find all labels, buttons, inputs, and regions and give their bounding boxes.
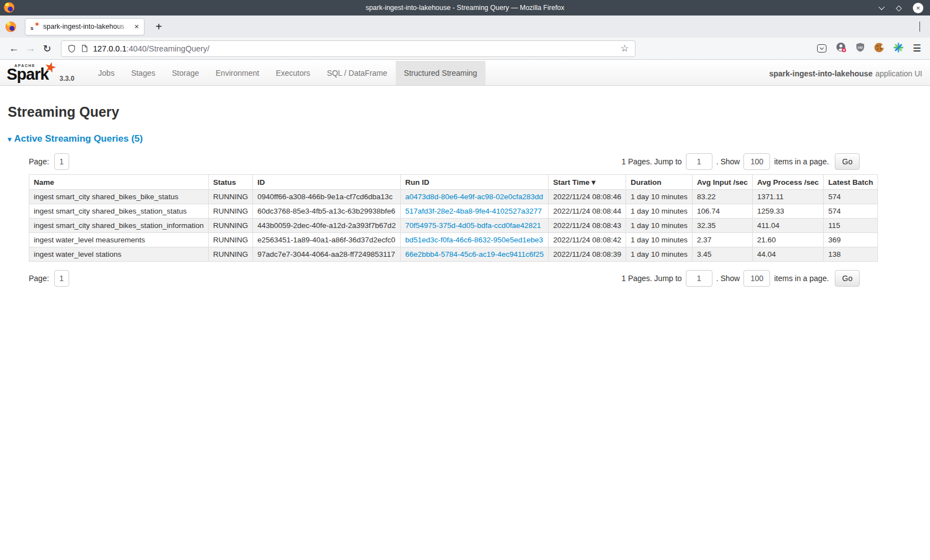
tab-jobs[interactable]: Jobs — [90, 61, 123, 85]
spark-nav-tabs: Jobs Stages Storage Environment Executor… — [90, 61, 485, 85]
browser-tab[interactable]: ★S spark-ingest-into-lakehous × — [25, 18, 144, 35]
cell-id: e2563451-1a89-40a1-a86f-36d37d2ecfc0 — [252, 233, 400, 247]
spark-navbar: APACHE Spark ★ 3.3.0 Jobs Stages Storage… — [0, 61, 930, 86]
header-avg-process[interactable]: Avg Process /sec — [752, 175, 823, 190]
items-per-page-input[interactable] — [743, 153, 770, 170]
browser-tab-title: spark-ingest-into-lakehous — [43, 23, 132, 30]
cell-status: RUNNING — [208, 219, 252, 233]
forward-button[interactable]: → — [22, 43, 39, 54]
run-id-link[interactable]: bd51ed3c-f0fa-46c6-8632-950e5ed1ebe3 — [405, 236, 543, 244]
tab-environment[interactable]: Environment — [208, 61, 268, 85]
tab-stages[interactable]: Stages — [123, 61, 164, 85]
pagination-bottom: Page: 1 Pages. Jump to . Show items in a… — [29, 269, 860, 288]
firefox-icon — [4, 2, 14, 13]
table-row: ingest smart_city shared_bikes_bike_stat… — [29, 190, 878, 204]
table-row: ingest water_level stations RUNNING 97ad… — [29, 247, 878, 262]
page-info-icon[interactable] — [81, 44, 88, 53]
url-bar[interactable]: 127.0.0.1:4040/StreamingQuery/ ☆ — [61, 40, 636, 57]
url-text[interactable]: 127.0.0.1:4040/StreamingQuery/ — [93, 44, 209, 53]
run-id-link[interactable]: 517afd3f-28e2-4ba8-9fe4-4102527a3277 — [405, 207, 542, 215]
show-text: . Show — [716, 274, 740, 283]
tab-storage[interactable]: Storage — [163, 61, 207, 85]
show-text: . Show — [716, 157, 740, 166]
go-button[interactable]: Go — [835, 270, 860, 287]
page-label: Page: — [29, 157, 49, 166]
cell-latest-batch: 574 — [824, 204, 878, 219]
table-row: ingest smart_city shared_bikes_station_i… — [29, 219, 878, 233]
cell-latest-batch: 574 — [824, 190, 878, 204]
cell-status: RUNNING — [208, 247, 252, 262]
menu-icon[interactable]: ☰ — [913, 43, 921, 54]
cell-name: ingest smart_city shared_bikes_bike_stat… — [29, 190, 209, 204]
jump-to-input[interactable] — [686, 153, 712, 170]
streaming-queries-table: Name Status ID Run ID Start Time ▾ Durat… — [29, 174, 878, 262]
page-number-input[interactable] — [54, 153, 69, 170]
cell-latest-batch: 115 — [824, 219, 878, 233]
collapse-arrow-icon: ▾ — [8, 135, 12, 143]
svg-text:UO: UO — [857, 46, 862, 49]
application-name: spark-ingest-into-lakehouse — [769, 69, 872, 78]
tab-executors[interactable]: Executors — [267, 61, 318, 85]
account-icon[interactable] — [836, 42, 846, 55]
cell-duration: 1 day 10 minutes — [626, 204, 693, 219]
header-duration[interactable]: Duration — [626, 175, 693, 190]
url-host: 127.0.0.1 — [93, 44, 126, 53]
cell-avg-process: 1371.11 — [752, 190, 823, 204]
cell-start-time: 2022/11/24 08:08:39 — [549, 247, 626, 262]
cell-name: ingest water_level stations — [29, 247, 209, 262]
spark-logo[interactable]: APACHE Spark ★ 3.3.0 — [7, 61, 74, 85]
window-close-icon[interactable]: × — [913, 3, 923, 13]
jump-to-input[interactable] — [686, 270, 712, 287]
application-ui-suffix: application UI — [875, 69, 922, 78]
header-avg-input[interactable]: Avg Input /sec — [693, 175, 753, 190]
tab-structured-streaming[interactable]: Structured Streaming — [396, 61, 485, 85]
list-all-tabs-icon[interactable] — [919, 22, 920, 32]
window-minimize-icon[interactable] — [879, 4, 885, 10]
reload-button[interactable]: ↻ — [39, 43, 55, 55]
header-run-id[interactable]: Run ID — [400, 175, 548, 190]
spark-favicon-icon: ★S — [30, 22, 39, 31]
header-name[interactable]: Name — [29, 175, 209, 190]
firefox-icon — [6, 22, 16, 32]
ublock-origin-icon[interactable]: UO — [856, 43, 865, 54]
cell-run-id: bd51ed3c-f0fa-46c6-8632-950e5ed1ebe3 — [400, 233, 548, 247]
bookmark-star-icon[interactable]: ☆ — [621, 43, 629, 54]
cell-name: ingest smart_city shared_bikes_station_s… — [29, 204, 209, 219]
active-queries-section-toggle[interactable]: ▾Active Streaming Queries (5) — [8, 133, 922, 144]
spark-star-icon: ★ — [43, 58, 59, 77]
cell-avg-process: 21.60 — [752, 233, 823, 247]
header-start-time[interactable]: Start Time ▾ — [549, 175, 626, 190]
go-button[interactable]: Go — [835, 153, 860, 170]
extension-asterisk-icon[interactable] — [893, 43, 903, 55]
cell-avg-input: 83.22 — [693, 190, 753, 204]
run-id-link[interactable]: 66e2bbb4-5784-45c6-ac19-4ec9411c6f25 — [405, 250, 544, 258]
cell-id: 0940ff66-a308-466b-9e1a-cf7cd6dba13c — [252, 190, 400, 204]
tab-close-icon[interactable]: × — [135, 22, 139, 31]
run-id-link[interactable]: a0473d8d-80e6-4e9f-ac98-02e0cfa283dd — [405, 193, 543, 201]
cell-avg-input: 2.37 — [693, 233, 753, 247]
run-id-link[interactable]: 70f54975-375d-4d05-bdfa-ccd0fae42821 — [405, 221, 541, 230]
cell-avg-input: 32.35 — [693, 219, 753, 233]
header-id[interactable]: ID — [252, 175, 400, 190]
cell-run-id: 517afd3f-28e2-4ba8-9fe4-4102527a3277 — [400, 204, 548, 219]
cell-duration: 1 day 10 minutes — [626, 190, 693, 204]
new-tab-button[interactable]: + — [156, 20, 162, 33]
browser-toolbar: ← → ↻ 127.0.0.1:4040/StreamingQuery/ ☆ U… — [0, 38, 930, 60]
header-latest-batch[interactable]: Latest Batch — [824, 175, 878, 190]
spark-version: 3.3.0 — [60, 75, 75, 85]
shield-icon[interactable] — [68, 44, 76, 53]
items-text: items in a page. — [774, 274, 829, 283]
tab-sql-dataframe[interactable]: SQL / DataFrame — [318, 61, 395, 85]
cell-start-time: 2022/11/24 08:08:46 — [549, 190, 626, 204]
cookie-icon[interactable] — [874, 43, 884, 55]
items-per-page-input[interactable] — [743, 270, 770, 287]
pocket-icon[interactable] — [817, 44, 826, 53]
header-status[interactable]: Status — [208, 175, 252, 190]
back-button[interactable]: ← — [6, 43, 22, 54]
cell-duration: 1 day 10 minutes — [626, 247, 693, 262]
page-number-input[interactable] — [54, 270, 69, 287]
cell-avg-input: 3.45 — [693, 247, 753, 262]
window-maximize-icon[interactable]: ◇ — [896, 4, 902, 12]
cell-duration: 1 day 10 minutes — [626, 233, 693, 247]
cell-duration: 1 day 10 minutes — [626, 219, 693, 233]
